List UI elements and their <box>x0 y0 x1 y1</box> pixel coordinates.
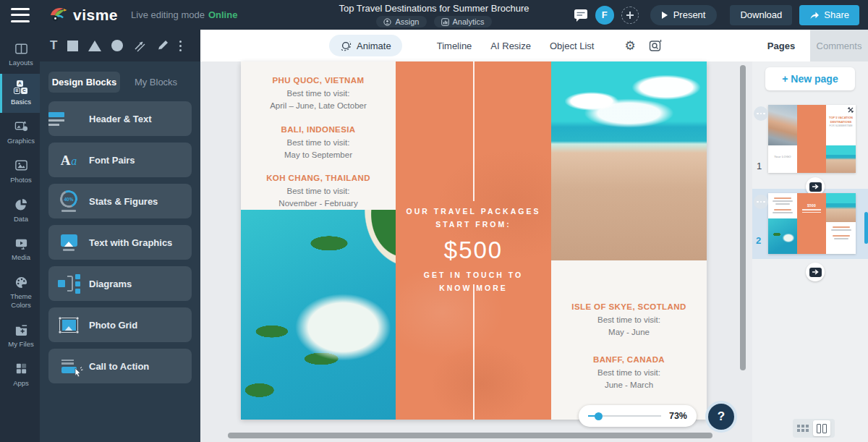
analytics-button[interactable]: Analytics <box>434 16 492 27</box>
block-label: Font Pairs <box>89 155 135 166</box>
block-photo-grid[interactable]: Photo Grid <box>48 307 192 342</box>
animate-button[interactable]: Animate <box>329 35 402 56</box>
hamburger-menu-button[interactable] <box>11 8 30 22</box>
horizontal-scrollbar[interactable] <box>228 433 712 438</box>
destination-prompt: Best time to visit: <box>241 185 396 197</box>
graphics-icon <box>14 119 28 134</box>
pages-scrollbar[interactable] <box>864 212 868 244</box>
page-1-thumbnail[interactable]: Your LOGO TOP 5 VACATIONDESTINATIONS FOR… <box>768 105 856 173</box>
user-avatar[interactable]: F <box>595 6 614 25</box>
pages-panel: + New page Your LOGO TOP 5 VACATIONDESTI… <box>752 61 868 442</box>
animate-label: Animate <box>357 41 391 51</box>
download-button[interactable]: Download <box>730 5 792 25</box>
logo-text: visme <box>73 7 118 24</box>
help-button[interactable]: ? <box>708 404 734 430</box>
view-toggle-group <box>793 419 835 438</box>
destination-name: KOH CHANG, THAILAND <box>241 174 396 182</box>
block-stats-figures[interactable]: 40% Stats & Figures <box>48 184 192 218</box>
destination-isle-of-skye[interactable]: ISLE OF SKYE, SCOTLAND Best time to visi… <box>551 302 707 339</box>
block-diagrams[interactable]: Diagrams <box>48 266 192 301</box>
island-aerial-photo[interactable] <box>241 210 396 420</box>
right-panel-tabs: Pages Comments <box>752 30 868 61</box>
insert-page-button-2[interactable] <box>806 263 825 281</box>
share-icon <box>809 11 820 20</box>
find-replace-icon[interactable] <box>649 39 662 52</box>
page-2-thumbnail[interactable]: $500 <box>768 193 856 254</box>
destination-bali[interactable]: BALI, INDONESIA Best time to visit: May … <box>241 125 396 162</box>
block-header-text[interactable]: Header & Text <box>48 101 192 136</box>
vertical-scrollbar[interactable] <box>740 65 746 370</box>
block-label: Text with Graphics <box>89 237 172 248</box>
thumb-caption: FOR SUMMERTIME <box>826 124 856 127</box>
tab-comments[interactable]: Comments <box>810 30 868 61</box>
call-to-action-icon <box>48 360 89 373</box>
center-overlay: OUR TRAVEL PACKAGES START FROM: $500 GET… <box>396 61 551 420</box>
zoom-slider-handle[interactable] <box>595 412 603 420</box>
price-value: $500 <box>396 237 551 264</box>
sidebar-item-basics[interactable]: A B C Basics <box>0 74 40 113</box>
destination-period: May to September <box>241 149 396 161</box>
sidebar-item-apps[interactable]: Apps <box>0 355 40 394</box>
sidebar-item-layouts[interactable]: Layouts <box>0 35 40 74</box>
ai-resize-button[interactable]: AI Resize <box>490 41 531 51</box>
tab-my-blocks[interactable]: My Blocks <box>120 72 192 93</box>
thumb-text-lines <box>802 209 821 213</box>
thumb-beach-photo <box>826 145 856 173</box>
page-1-menu-button[interactable] <box>754 106 768 121</box>
sidebar-label: Basics <box>11 98 31 106</box>
zoom-slider[interactable] <box>588 415 661 417</box>
text-tool-button[interactable]: T <box>50 38 57 53</box>
tab-pages[interactable]: Pages <box>752 30 810 61</box>
destination-phu-quoc[interactable]: PHU QUOC, VIETNAM Best time to visit: Ap… <box>241 76 396 113</box>
theme-colors-icon <box>14 275 28 289</box>
block-label: Stats & Figures <box>89 196 158 207</box>
price-text-block[interactable]: OUR TRAVEL PACKAGES START FROM: $500 GET… <box>396 205 551 295</box>
triangle-tool-button[interactable] <box>88 41 101 51</box>
destination-koh-chang[interactable]: KOH CHANG, THAILAND Best time to visit: … <box>241 174 396 211</box>
shape-tool-strip: T <box>40 30 200 61</box>
destination-banff[interactable]: BANFF, CANADA Best time to visit: June -… <box>551 355 707 392</box>
sidebar-item-media[interactable]: Media <box>0 229 40 268</box>
block-text-with-graphics[interactable]: Text with Graphics <box>48 225 192 260</box>
pen-icon <box>156 39 169 52</box>
thumb-beach-photo <box>826 193 856 222</box>
page-2-menu-button[interactable] <box>754 195 768 209</box>
sidebar-item-my-files[interactable]: My Files <box>0 316 40 355</box>
visme-logo[interactable]: visme <box>48 5 118 25</box>
destination-period: April – June, Late October <box>241 100 396 112</box>
line-tool-button[interactable] <box>133 39 146 52</box>
block-font-pairs[interactable]: Aa Font Pairs <box>48 143 192 177</box>
block-call-to-action[interactable]: Call to Action <box>48 349 192 383</box>
sidebar-item-graphics[interactable]: Graphics <box>0 113 40 152</box>
divider-line-top <box>473 61 475 201</box>
present-button[interactable]: Present <box>650 5 718 25</box>
more-tools-button[interactable] <box>179 41 182 51</box>
settings-gear-icon[interactable]: ⚙ <box>624 40 635 52</box>
price-intro: START FROM: <box>396 218 551 231</box>
share-button[interactable]: Share <box>799 5 859 25</box>
sidebar-item-photos[interactable]: Photos <box>0 152 40 191</box>
sidebar-item-data[interactable]: Data <box>0 191 40 230</box>
canvas-area[interactable]: PHU QUOC, VIETNAM Best time to visit: Ap… <box>200 61 752 442</box>
pen-tool-button[interactable] <box>156 39 169 52</box>
assign-button[interactable]: Assign <box>376 16 426 27</box>
add-collaborator-button[interactable] <box>621 7 639 24</box>
beach-photo[interactable] <box>551 61 707 260</box>
timeline-button[interactable]: Timeline <box>437 41 472 51</box>
arrow-icon <box>809 182 822 192</box>
brochure-page[interactable]: PHU QUOC, VIETNAM Best time to visit: Ap… <box>241 61 707 420</box>
new-page-button[interactable]: + New page <box>765 67 855 90</box>
comments-button[interactable] <box>574 9 588 22</box>
circle-tool-button[interactable] <box>111 40 123 51</box>
square-tool-button[interactable] <box>67 41 78 51</box>
sidebar-label: Layouts <box>9 59 33 67</box>
sidebar-item-theme-colors[interactable]: Theme Colors <box>0 268 40 316</box>
document-title[interactable]: Top Travel Destinations for Summer Broch… <box>260 3 608 14</box>
object-list-button[interactable]: Object List <box>550 41 594 51</box>
circle-icon <box>111 40 123 51</box>
column-view-button[interactable] <box>813 420 830 436</box>
tab-design-blocks[interactable]: Design Blocks <box>48 72 120 93</box>
grid-view-button[interactable] <box>797 425 809 432</box>
thumb-col: Your LOGO <box>768 105 797 173</box>
diagrams-icon <box>48 274 89 294</box>
